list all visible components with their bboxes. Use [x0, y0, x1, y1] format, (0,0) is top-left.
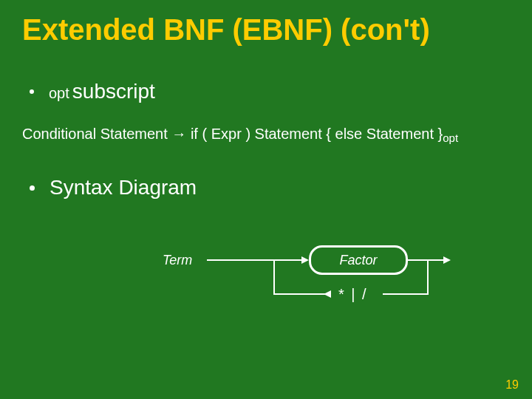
rule-arrow: → — [171, 126, 186, 142]
arrow-right-icon — [301, 256, 309, 264]
slide-title: Extended BNF (EBNF) (con't) — [22, 13, 430, 47]
rail-line — [273, 259, 275, 295]
bullet-opt-subscript: opt subscript — [30, 80, 155, 103]
syntax-diagram: Term Factor * | / — [163, 245, 458, 327]
rail-line — [383, 293, 429, 295]
term-label: Term — [163, 253, 192, 268]
bullet-syntax-diagram: Syntax Diagram — [30, 176, 197, 200]
grammar-rule: Conditional Statement → if ( Expr ) Stat… — [22, 126, 458, 143]
rule-opt-subscript: opt — [443, 132, 458, 144]
rail-line — [427, 259, 429, 295]
operator-choice: * | / — [338, 286, 368, 303]
rail-line — [207, 259, 301, 261]
rail-line — [273, 293, 331, 295]
arrow-right-icon — [443, 256, 451, 264]
rail-line — [408, 259, 445, 261]
page-number: 19 — [505, 378, 519, 392]
syntax-diagram-label: Syntax Diagram — [50, 176, 197, 200]
arrow-left-icon — [324, 290, 331, 298]
opt-subscript-label: opt — [49, 85, 69, 102]
factor-node: Factor — [309, 245, 408, 275]
subscript-word: subscript — [72, 80, 155, 103]
rule-rhs: if ( Expr ) Statement { else Statement } — [191, 126, 443, 142]
bullet-dot-icon — [30, 185, 35, 191]
bullet-dot-icon — [30, 89, 34, 94]
rule-lhs: Conditional Statement — [22, 126, 168, 142]
